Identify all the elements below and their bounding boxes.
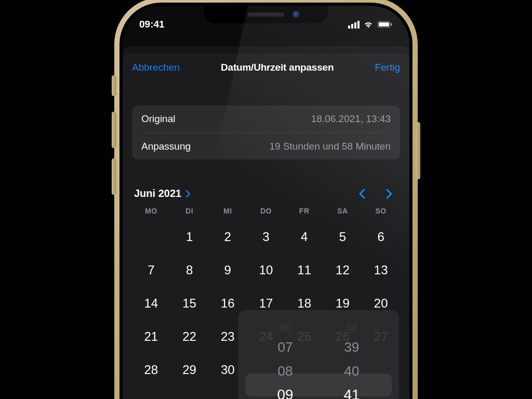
power-button <box>416 122 420 179</box>
minute-option[interactable]: 39 <box>344 335 360 359</box>
info-row-original: Original 18.06.2021, 13:43 <box>141 105 391 132</box>
hour-option[interactable]: 06 <box>280 320 291 335</box>
original-label: Original <box>141 113 175 125</box>
calendar-day[interactable]: 1 <box>170 230 209 244</box>
done-button[interactable]: Fertig <box>375 62 400 73</box>
calendar-day[interactable]: 14 <box>132 296 170 311</box>
calendar-day[interactable]: 11 <box>285 263 324 277</box>
chevron-right-icon <box>185 190 191 198</box>
calendar-day[interactable]: 22 <box>170 329 209 344</box>
calendar-day: . <box>132 230 170 244</box>
calendar-row: 78910111213 <box>132 254 400 287</box>
battery-icon <box>377 21 393 28</box>
calendar-day[interactable]: 21 <box>132 329 170 344</box>
original-value: 18.06.2021, 13:43 <box>311 113 391 125</box>
hour-option[interactable]: 09 <box>277 383 293 399</box>
mute-switch <box>112 75 116 96</box>
calendar-row: .123456 <box>132 220 400 254</box>
calendar-day[interactable]: 6 <box>362 230 400 244</box>
modal-sheet: Abbrechen Datum/Uhrzeit anpassen Fertig … <box>123 54 409 399</box>
time-picker[interactable]: 060708091011 383940414243 <box>238 310 399 399</box>
calendar-day[interactable]: 20 <box>362 296 400 311</box>
month-selector[interactable]: Juni 2021 <box>134 188 191 200</box>
wifi-icon <box>363 21 374 28</box>
svg-rect-2 <box>391 23 392 26</box>
volume-down-button <box>112 158 116 195</box>
calendar-day[interactable]: 4 <box>285 230 324 244</box>
modal-navbar: Abbrechen Datum/Uhrzeit anpassen Fertig <box>132 54 400 82</box>
next-month-button[interactable] <box>385 188 393 200</box>
calendar-day[interactable]: 12 <box>324 263 362 277</box>
calendar-day[interactable]: 29 <box>170 363 209 377</box>
calendar-day[interactable]: 10 <box>247 263 285 277</box>
volume-up-button <box>112 112 116 148</box>
calendar-day[interactable]: 19 <box>324 296 362 311</box>
info-row-adjustment: Anpassung 19 Stunden und 58 Minuten <box>141 132 391 159</box>
adjust-label: Anpassung <box>141 141 191 152</box>
calendar-day[interactable]: 17 <box>247 296 285 311</box>
prev-month-button[interactable] <box>358 188 366 200</box>
notch <box>204 6 328 23</box>
cancel-button[interactable]: Abbrechen <box>132 62 180 73</box>
svg-rect-1 <box>379 22 389 26</box>
minute-option[interactable]: 41 <box>343 383 360 399</box>
adjust-value: 19 Stunden und 58 Minuten <box>270 141 391 152</box>
calendar-day[interactable]: 5 <box>324 230 362 244</box>
calendar-day[interactable]: 18 <box>285 296 324 311</box>
calendar-day[interactable]: 3 <box>247 230 285 244</box>
calendar-day[interactable]: 8 <box>170 263 209 277</box>
month-label: Juni 2021 <box>134 188 181 200</box>
hour-option[interactable]: 08 <box>278 359 293 383</box>
speaker-grille <box>248 12 284 17</box>
calendar-day[interactable]: 9 <box>208 263 247 277</box>
front-camera <box>292 11 300 18</box>
calendar-day[interactable]: 16 <box>208 296 247 311</box>
status-time: 09:41 <box>139 19 165 30</box>
minute-option[interactable]: 38 <box>346 320 357 335</box>
calendar-day[interactable]: 2 <box>208 230 247 244</box>
hour-option[interactable]: 07 <box>278 335 293 359</box>
phone-screen: 09:41 Ab <box>123 6 409 399</box>
modal-title: Datum/Uhrzeit anpassen <box>221 62 334 73</box>
calendar-day[interactable]: 15 <box>170 296 209 311</box>
info-card: Original 18.06.2021, 13:43 Anpassung 19 … <box>132 105 400 159</box>
minute-option[interactable]: 40 <box>344 359 360 383</box>
calendar-day[interactable]: 13 <box>362 263 400 277</box>
calendar-day[interactable]: 28 <box>132 363 170 377</box>
picker-selection-band <box>245 374 392 396</box>
weekday-header: MO DI MI DO FR SA SO <box>132 207 400 215</box>
calendar-day[interactable]: 7 <box>132 263 170 277</box>
cellular-signal-icon <box>348 21 360 29</box>
phone-frame: 09:41 Ab <box>114 0 418 399</box>
